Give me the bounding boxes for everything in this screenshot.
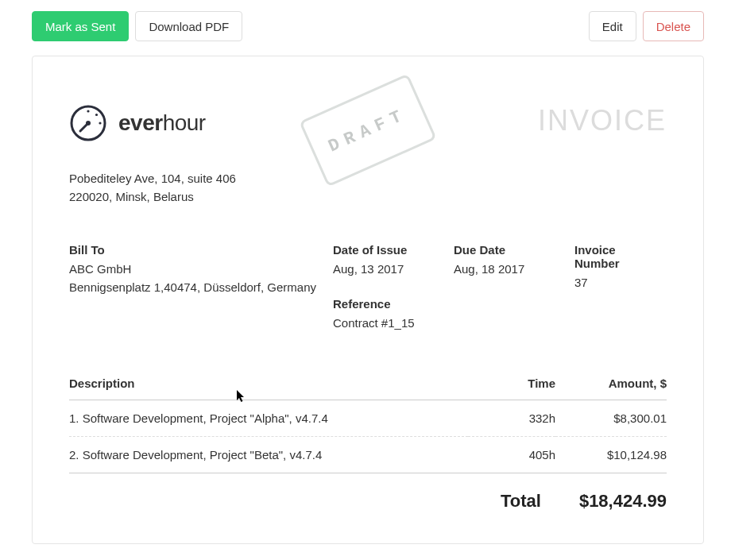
bill-to-address: Bennigsenplatz 1,40474, Düsseldorf, Germ… [69, 278, 317, 296]
from-line1: Pobediteley Ave, 104, suite 406 [69, 169, 667, 187]
invoice-number-value: 37 [574, 273, 651, 292]
toolbar: Mark as Sent Download PDF Edit Delete [0, 0, 731, 41]
invoice-card: everhour INVOICE DRAFT Pobediteley Ave, … [32, 56, 704, 544]
total-row: Total $18,424.99 [69, 491, 667, 512]
due-date-label: Due Date [454, 243, 559, 257]
col-description: Description [69, 377, 468, 400]
date-of-issue-value: Aug, 13 2017 [333, 260, 438, 278]
bill-to-name: ABC GmbH [69, 260, 317, 278]
invoice-header: everhour INVOICE [69, 104, 667, 142]
line-items-table: Description Time Amount, $ 1. Software D… [69, 377, 667, 473]
invoice-number-label: Invoice Number [574, 243, 651, 270]
col-time: Time [468, 377, 555, 400]
invoice-number-block: Invoice Number 37 [574, 243, 667, 333]
line-time: 332h [468, 400, 555, 437]
line-desc: 1. Software Development, Project "Alpha"… [69, 400, 468, 437]
due-date-block: Due Date Aug, 18 2017 [454, 243, 574, 333]
from-line2: 220020, Minsk, Belarus [69, 187, 667, 206]
line-amount: $8,300.01 [555, 400, 667, 437]
bill-to-block: Bill To ABC GmbH Bennigsenplatz 1,40474,… [69, 243, 333, 333]
mark-as-sent-button[interactable]: Mark as Sent [32, 11, 129, 41]
brand-text: everhour [118, 110, 206, 136]
svg-line-5 [80, 123, 88, 131]
invoice-meta: Bill To ABC GmbH Bennigsenplatz 1,40474,… [69, 243, 667, 333]
total-label: Total [501, 491, 541, 512]
bill-to-label: Bill To [69, 243, 317, 257]
table-row: 1. Software Development, Project "Alpha"… [69, 400, 667, 437]
from-address: Pobediteley Ave, 104, suite 406 220020, … [69, 169, 667, 207]
download-pdf-button[interactable]: Download PDF [135, 11, 242, 41]
brand-logo: everhour [69, 104, 206, 142]
invoice-heading: INVOICE [538, 104, 667, 137]
table-row: 2. Software Development, Project "Beta",… [69, 437, 667, 473]
svg-point-2 [87, 110, 89, 112]
date-of-issue-label: Date of Issue [333, 243, 438, 257]
svg-point-4 [99, 122, 101, 124]
line-desc: 2. Software Development, Project "Beta",… [69, 437, 468, 473]
clock-icon [69, 104, 107, 142]
due-date-value: Aug, 18 2017 [454, 260, 559, 278]
line-time: 405h [468, 437, 555, 473]
reference-value: Contract #1_15 [333, 314, 438, 332]
total-value: $18,424.99 [579, 491, 667, 512]
col-amount: Amount, $ [555, 377, 667, 400]
line-amount: $10,124.98 [555, 437, 667, 473]
edit-button[interactable]: Edit [589, 11, 636, 41]
delete-button[interactable]: Delete [643, 11, 704, 41]
date-of-issue-block: Date of Issue Aug, 13 2017 Reference Con… [333, 243, 454, 333]
reference-label: Reference [333, 297, 438, 311]
svg-point-3 [95, 114, 98, 116]
